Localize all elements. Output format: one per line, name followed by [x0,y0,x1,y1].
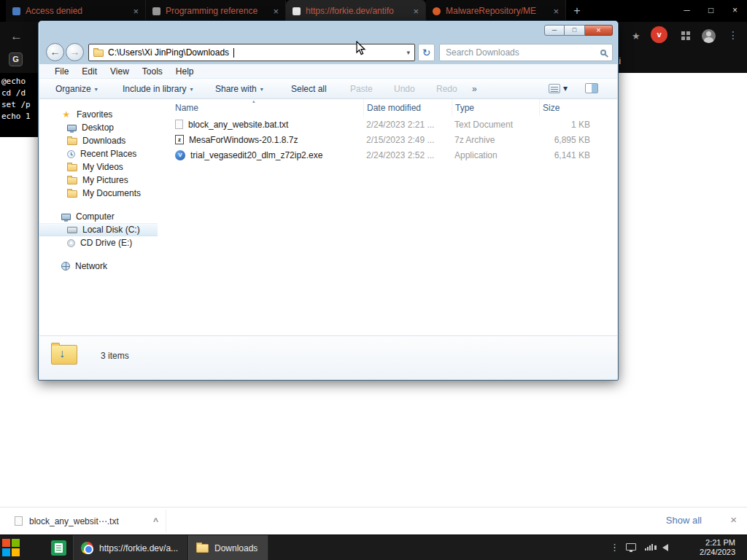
sidebar-item-my-videos[interactable]: My Videos [39,160,162,174]
show-all-downloads-link[interactable]: Show all [666,515,702,526]
sidebar-section-favorites[interactable]: ★Favorites [39,108,162,121]
explorer-minimize-button[interactable]: ─ [544,25,565,36]
tab-close-icon[interactable]: × [413,6,419,17]
tab-label: https://forkie.dev/antifo [306,6,408,16]
search-icon [600,50,606,55]
dropdown-arrow-icon: ▾ [95,86,98,93]
sidebar-item-my-documents[interactable]: My Documents [39,187,162,200]
sidebar-section-network[interactable]: Network [39,260,162,273]
select-all-button[interactable]: Select all [291,84,327,94]
include-in-library-button[interactable]: Include in library▾ [123,84,193,94]
tab-favicon [152,7,160,15]
browser-window-controls: ─ □ × [675,0,747,22]
menu-file[interactable]: File [48,66,75,77]
column-header-date-modified[interactable]: Date modified [363,99,452,117]
browser-download-bar: block_any_websit⋯.txt ^ Show all × [0,507,747,534]
explorer-toolbar: Organize▾ Include in library▾ Share with… [39,79,617,99]
search-input[interactable] [446,47,596,58]
explorer-close-button[interactable]: × [585,25,613,36]
browser-menu-icon[interactable]: ⋮ [728,29,738,41]
column-header-size[interactable]: Size [539,99,606,117]
window-minimize-button[interactable]: ─ [675,0,699,22]
details-pane: ↓ 3 items [39,335,617,379]
profile-avatar-icon[interactable] [702,29,716,43]
clock-time: 2:21 PM [700,538,735,548]
sidebar-item-desktop[interactable]: Desktop [39,121,162,134]
browser-tab-malware-repository[interactable]: MalwareRepository/ME × [426,0,566,22]
list-view-icon [549,84,560,93]
address-text: C:\Users\Xi JinPing\Downloads [108,47,229,58]
search-box[interactable] [439,44,613,61]
explorer-content: ★Favorites Desktop Downloads Recent Plac… [39,99,617,379]
clock-date: 2/24/2023 [700,548,735,557]
sidebar-item-my-pictures[interactable]: My Pictures [39,174,162,187]
tray-display-icon[interactable] [626,543,636,551]
change-view-button[interactable]: ▾ [549,83,568,93]
chevron-up-icon[interactable]: ^ [153,516,158,526]
download-complete-badge[interactable]: v [651,26,667,43]
browser-back-button[interactable]: ← [10,29,23,44]
start-button[interactable] [2,539,20,557]
network-icon [61,262,70,271]
terminal-line: cd /d [1,88,38,99]
downloaded-file-name: block_any_websit⋯.txt [29,516,147,526]
file-icon [15,516,23,526]
sidebar-item-local-disk-c[interactable]: Local Disk (C:) [39,223,158,236]
sidebar-item-recent-places[interactable]: Recent Places [39,147,162,160]
tray-overflow-icon[interactable]: ⋮ [610,542,619,553]
file-row-block-any-website[interactable]: block_any_website.bat.txt 2/24/2023 2:21… [163,117,617,132]
menu-view[interactable]: View [104,66,136,77]
explorer-maximize-button[interactable]: □ [565,25,585,36]
tray-volume-icon[interactable] [662,544,668,551]
green-app-icon[interactable] [51,540,66,556]
browser-tab-access-denied[interactable]: Access denied × [6,0,146,22]
browser-tab-forkie-active[interactable]: https://forkie.dev/antifo × [286,0,426,22]
nav-back-button[interactable]: ← [46,43,64,61]
address-dropdown-icon[interactable]: ▾ [406,49,410,56]
tab-close-icon[interactable]: × [553,6,559,17]
menu-edit[interactable]: Edit [75,66,104,77]
column-header-name[interactable]: Name [172,99,363,117]
downloaded-file-chip[interactable]: block_any_websit⋯.txt ^ [7,510,166,532]
share-with-button[interactable]: Share with▾ [215,84,263,94]
menu-tools[interactable]: Tools [136,66,169,77]
file-row-mesa-for-windows[interactable]: zMesaForWindows-20.1.8.7z 2/15/2023 2:49… [163,132,617,147]
browser-tab-programming-reference[interactable]: Programming reference × [146,0,286,22]
tab-favicon [293,7,301,15]
sidebar-section-computer[interactable]: Computer [39,210,162,223]
mouse-cursor [356,41,367,59]
taskbar-chrome-button[interactable]: https://forkie.dev/a... [73,535,188,560]
dropdown-arrow-icon: ▾ [260,86,263,93]
sidebar-item-cd-drive-e[interactable]: CD Drive (E:) [39,236,162,249]
dropdown-arrow-icon: ▾ [563,83,568,93]
undo-button: Undo [394,84,415,94]
window-maximize-button[interactable]: □ [699,0,723,22]
explorer-window: ─ □ × ← → C:\Users\Xi JinPing\Downloads … [38,20,619,381]
toolbar-overflow-button[interactable]: » [472,84,477,94]
window-close-button[interactable]: × [723,0,747,22]
cd-icon [67,239,75,247]
new-tab-button[interactable]: + [566,0,588,22]
taskbar-downloads-button[interactable]: Downloads [188,535,268,560]
paste-button: Paste [350,84,373,94]
nav-forward-button[interactable]: → [66,43,84,61]
chrome-icon [81,542,93,554]
organize-button[interactable]: Organize▾ [55,84,98,94]
bookmark-star-icon[interactable]: ★ [632,31,640,42]
tab-favicon [12,7,20,15]
tray-network-icon[interactable] [645,544,654,551]
file-list: ▴ Name Date modified Type Size block_any… [163,99,617,335]
column-header-type[interactable]: Type [452,99,539,117]
preview-pane-button[interactable] [585,83,598,93]
file-row-trial-vegasedit[interactable]: Vtrial_vegasedit20_dlm_z72ip2.exe 2/24/2… [163,147,617,163]
apps-grid-icon[interactable] [681,31,691,41]
text-file-icon [175,120,183,129]
tab-close-icon[interactable]: × [133,6,139,17]
refresh-button[interactable]: ↻ [418,44,435,61]
sidebar-item-downloads[interactable]: Downloads [39,134,162,147]
tab-close-icon[interactable]: × [273,6,279,17]
menu-help[interactable]: Help [169,66,201,77]
folder-icon [67,177,77,184]
download-bar-close-icon[interactable]: × [730,513,737,526]
taskbar-clock[interactable]: 2:21 PM 2/24/2023 [700,538,735,557]
